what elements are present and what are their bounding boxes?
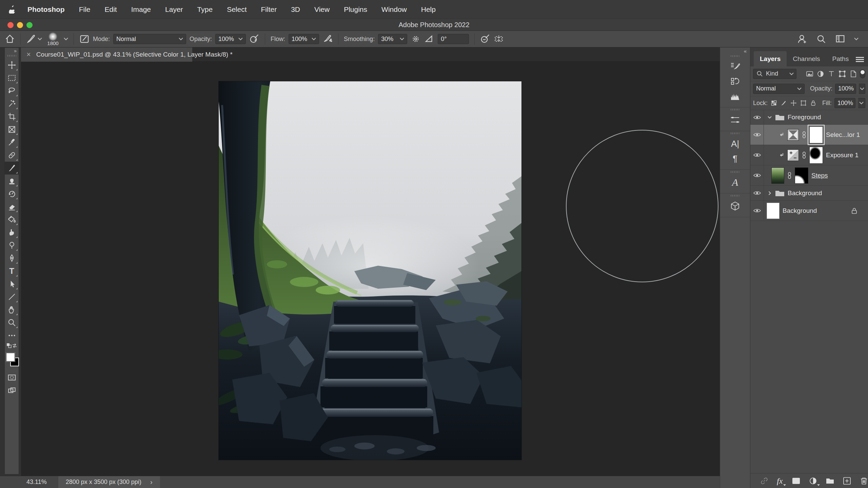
filter-toggle[interactable] [860,69,865,78]
path-selection-tool[interactable] [5,278,19,290]
collapse-panels-chevron[interactable]: « [720,47,750,54]
zoom-window-button[interactable] [26,22,33,28]
visibility-toggle[interactable] [750,165,764,185]
rectangular-marquee-tool[interactable] [5,72,19,84]
default-colors-icon[interactable] [6,343,12,350]
brush-settings-icon[interactable] [722,59,748,74]
filter-adjustment-icon[interactable] [816,70,825,78]
menu-image[interactable]: Image [124,5,158,14]
eyedropper-tool[interactable] [5,136,19,149]
tab-layers[interactable]: Layers [754,51,787,66]
canvas-area[interactable] [21,62,720,476]
zoom-level-field[interactable]: 43.11% [26,479,47,486]
document-tab[interactable]: × Course01_WIP_01.psd @ 43.1% (Selective… [21,47,192,62]
new-adjustment-icon[interactable] [809,476,817,485]
menu-layer[interactable]: Layer [158,5,190,14]
clone-stamp-tool[interactable] [5,175,19,187]
size-pressure-icon[interactable] [480,34,490,44]
flow-select[interactable]: 100% [289,34,319,44]
layer-mask-thumbnail[interactable] [795,167,808,184]
airbrush-icon[interactable] [322,34,333,44]
menu-file[interactable]: File [72,5,98,14]
lock-transparent-icon[interactable] [770,99,777,107]
layer-row-steps[interactable]: Steps [750,165,868,186]
chevron-down-icon[interactable] [767,115,772,120]
smudge-tool[interactable] [5,226,19,239]
lock-all-icon[interactable] [810,99,817,107]
delete-layer-icon[interactable] [860,476,868,485]
link-layers-icon[interactable] [760,476,769,485]
search-icon[interactable] [816,34,826,44]
menu-edit[interactable]: Edit [98,5,124,14]
layer-name[interactable]: Exposure 1 [826,151,859,159]
quick-mask-mode[interactable] [5,371,19,384]
layer-thumbnail[interactable] [767,203,780,219]
frame-tool[interactable] [5,123,19,136]
add-mask-icon[interactable] [792,476,801,485]
brush-tool-icon[interactable] [26,34,42,44]
panel-grip[interactable] [7,55,16,57]
chevron-down-icon[interactable] [64,38,68,40]
foreground-color-swatch[interactable] [6,353,15,362]
menu-filter[interactable]: Filter [254,5,284,14]
angle-field[interactable]: 0° [438,34,469,44]
apple-menu-icon[interactable] [9,5,16,14]
pen-tool[interactable] [5,252,19,265]
layer-mask-thumbnail[interactable] [809,126,823,143]
visibility-toggle[interactable] [750,201,764,221]
layer-name[interactable]: Selec...lor 1 [826,131,860,139]
menu-window[interactable]: Window [374,5,414,14]
history-icon[interactable] [722,74,748,89]
layer-styles-fx-icon[interactable]: fx [777,476,784,485]
brush-panel-toggle-icon[interactable] [79,34,90,44]
paragraph-panel-icon[interactable]: ¶ [722,151,748,166]
history-brush-tool[interactable] [5,187,19,200]
gradient-tool[interactable] [5,213,19,226]
zoom-tool[interactable] [5,316,19,329]
filter-smart-object-icon[interactable] [849,70,857,78]
menu-help[interactable]: Help [414,5,443,14]
brushes-icon[interactable] [722,113,748,127]
visibility-toggle[interactable] [750,186,764,200]
glyphs-panel-icon[interactable]: A [722,175,748,190]
lock-move-icon[interactable] [790,99,797,107]
tab-paths[interactable]: Paths [826,51,855,66]
menu-photoshop[interactable]: Photoshop [20,5,72,14]
fill-chevron[interactable] [858,98,865,108]
document-size-status[interactable]: 2800 px x 3500 px (300 ppi) › [58,476,160,488]
panel-menu-icon[interactable] [856,57,864,62]
lasso-tool[interactable] [5,84,19,97]
layer-name[interactable]: Background [783,207,817,215]
hand-tool[interactable] [5,303,19,316]
character-panel-icon[interactable]: A| [722,136,748,151]
blend-mode-select[interactable]: Normal [113,34,186,44]
chevron-right-icon[interactable] [767,191,772,196]
lock-artboard-icon[interactable] [800,99,807,107]
symmetry-butterfly-icon[interactable] [494,34,504,44]
brush-tool[interactable] [5,162,19,175]
eraser-tool[interactable] [5,200,19,213]
visibility-toggle[interactable] [750,110,764,124]
smoothing-gear-icon[interactable] [411,34,421,44]
histogram-icon[interactable] [722,89,748,104]
object-selection-tool[interactable] [5,97,19,110]
selective-color-thumbnail[interactable] [787,129,799,141]
mask-link-icon[interactable] [802,131,806,139]
new-layer-icon[interactable] [843,476,851,485]
3d-panel-icon[interactable] [722,199,748,214]
tab-channels[interactable]: Channels [787,51,826,66]
filter-image-icon[interactable] [806,70,814,78]
home-icon[interactable] [5,34,15,44]
exposure-thumbnail[interactable] [787,149,799,161]
document-image[interactable] [219,81,521,460]
type-tool[interactable]: T [5,265,19,278]
layer-name[interactable]: Background [788,189,822,197]
layer-row-foreground-group[interactable]: Foreground [750,110,868,125]
layer-row-background[interactable]: Background [750,201,868,221]
status-chevron-icon[interactable]: › [150,478,153,486]
layer-opacity-field[interactable]: 100% [835,84,856,94]
close-tab-icon[interactable]: × [26,51,31,58]
layer-name[interactable]: Steps [811,172,828,179]
mask-link-icon[interactable] [802,151,806,159]
opacity-select[interactable]: 100% [215,34,246,44]
